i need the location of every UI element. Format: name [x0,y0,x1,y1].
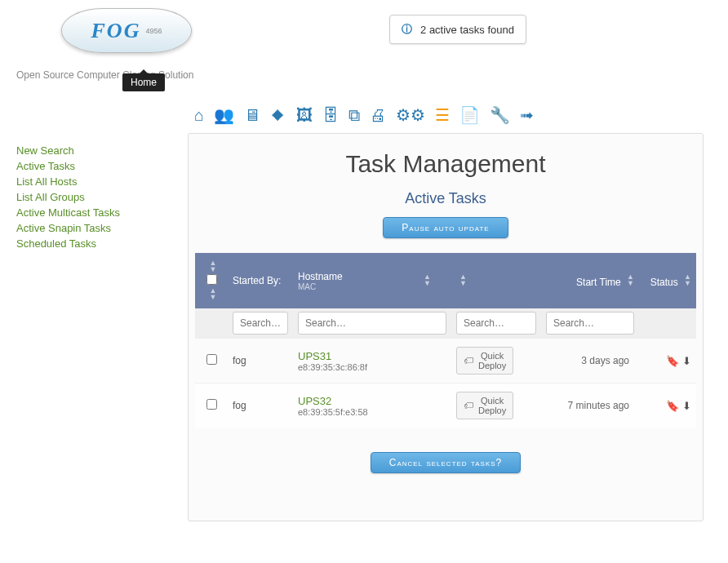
cell-hostname: UPS32e8:39:35:5f:e3:58 [293,383,451,428]
sort-icon[interactable]: ▲▼ [210,287,217,300]
cell-task: 🏷QuickDeploy [451,339,541,383]
bookmark-icon[interactable]: 🔖 [666,355,679,367]
col-started-by[interactable]: Started By: [228,253,293,308]
sidebar-item-6[interactable]: Scheduled Tasks [16,236,171,251]
mac-address: e8:39:35:5f:e3:58 [298,407,446,417]
filter-task[interactable] [456,312,536,335]
home-icon[interactable]: ⌂ [194,106,204,125]
cell-started-by: fog [228,383,293,428]
row-checkbox[interactable] [206,354,217,365]
col-start-time[interactable]: Start Time ▲▼ [541,253,639,308]
filter-started-by[interactable] [233,312,288,335]
monitor-icon[interactable]: 🖥 [244,106,260,125]
page-title: Task Management [189,150,703,178]
cell-status: 🔖⬇ [639,339,696,383]
active-tasks-table: ▲▼ ▲▼ Started By: Hostname MAC ▲▼ ▲▼ [195,253,696,428]
cell-status: 🔖⬇ [639,383,696,428]
image-icon[interactable]: 🖼 [296,106,313,125]
sidebar-item-4[interactable]: Active Multicast Tasks [16,205,171,220]
main-panel: Task Management Active Tasks Pause auto … [188,133,704,521]
col-spacer1[interactable]: ▲▼ [415,253,451,308]
select-all-checkbox[interactable] [206,274,217,285]
storage-icon[interactable]: 🗄 [322,106,339,125]
cell-task: 🏷QuickDeploy [451,383,541,428]
sort-icon[interactable]: ▲▼ [424,273,431,286]
sidebar: New SearchActive TasksList All HostsList… [0,133,188,521]
sidebar-item-3[interactable]: List All Groups [16,189,171,205]
tasks-icon[interactable]: ☰ [435,105,450,125]
sidebar-item-2[interactable]: List All Hosts [16,174,171,189]
file-icon[interactable]: 📄 [459,105,480,125]
cell-time: 3 days ago [541,339,639,383]
main-nav: ⌂👥🖥⯁🖼🗄⧉🖨⚙⚙☰📄🔧➟ [0,105,728,125]
sidebar-item-1[interactable]: Active Tasks [16,158,171,174]
sort-icon[interactable]: ▲▼ [684,273,691,286]
sidebar-item-0[interactable]: New Search [16,143,171,158]
filter-hostname[interactable] [298,312,446,335]
col-checkbox: ▲▼ ▲▼ [195,253,228,308]
tag-icon: 🏷 [464,355,473,366]
notification-text: 2 active tasks found [420,24,514,36]
logo[interactable]: FOG 4956 [61,8,192,53]
bookmark-icon[interactable]: 🔖 [666,400,679,412]
sort-icon[interactable]: ▲▼ [210,259,217,273]
wrench-icon[interactable]: 🔧 [490,105,510,125]
page-subtitle: Active Tasks [189,190,703,207]
cancel-selected-tasks-button[interactable]: Cancel selected tasks? [371,452,522,473]
download-icon[interactable]: ⬇ [682,400,691,412]
col-spacer2[interactable]: ▲▼ [451,253,541,308]
users-icon[interactable]: 👥 [214,105,234,125]
sort-icon[interactable]: ▲▼ [459,273,467,286]
tag-icon: 🏷 [464,400,473,411]
gears-icon[interactable]: ⚙⚙ [396,105,425,125]
logo-text: FOG [91,19,141,43]
pause-auto-update-button[interactable]: Pause auto update [383,217,508,238]
cell-started-by: fog [228,339,293,383]
quick-deploy-button[interactable]: 🏷QuickDeploy [456,392,513,419]
info-icon: ⓘ [402,22,412,37]
hostname-link[interactable]: UPS32 [298,395,331,407]
home-tooltip: Home [122,73,165,91]
filter-time[interactable] [546,312,634,335]
cell-time: 7 minutes ago [541,383,639,428]
col-hostname[interactable]: Hostname MAC [293,253,415,308]
logo-version: 4956 [145,27,162,35]
network-icon[interactable]: ⯁ [270,106,286,125]
sidebar-item-5[interactable]: Active Snapin Tasks [16,220,171,236]
hostname-link[interactable]: UPS31 [298,350,331,362]
mac-address: e8:39:35:3c:86:8f [298,362,446,372]
print-icon[interactable]: 🖨 [370,106,386,125]
cell-hostname: UPS31e8:39:35:3c:86:8f [293,339,451,383]
sort-icon[interactable]: ▲▼ [627,273,634,286]
quick-deploy-button[interactable]: 🏷QuickDeploy [456,347,513,375]
logout-icon[interactable]: ➟ [520,105,534,125]
row-checkbox[interactable] [206,399,217,410]
table-row: fogUPS31e8:39:35:3c:86:8f🏷QuickDeploy3 d… [195,339,696,383]
download-icon[interactable]: ⬇ [682,355,691,367]
copy-icon[interactable]: ⧉ [348,106,360,125]
notification-banner: ⓘ 2 active tasks found [389,15,526,44]
table-row: fogUPS32e8:39:35:5f:e3:58🏷QuickDeploy7 m… [195,383,696,428]
col-status[interactable]: Status ▲▼ [639,253,696,308]
